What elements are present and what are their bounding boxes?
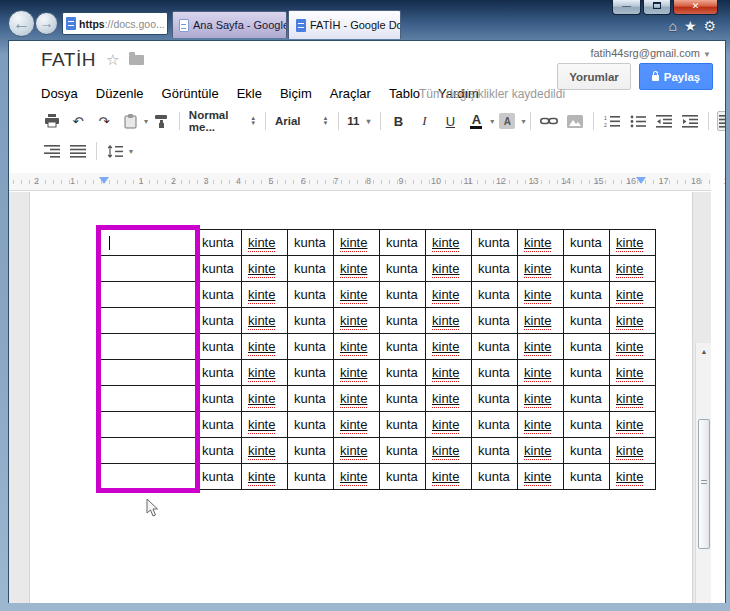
indent-icon[interactable]	[680, 111, 700, 131]
menu-dosya[interactable]: Dosya	[41, 86, 78, 101]
right-indent-marker[interactable]	[636, 177, 646, 184]
table-cell[interactable]: kunta	[288, 386, 334, 412]
justify-icon[interactable]	[68, 141, 88, 161]
scrollbar-thumb[interactable]	[698, 419, 710, 549]
table-cell[interactable]: kinte	[334, 282, 380, 308]
table-cell[interactable]: kinte	[242, 412, 288, 438]
table-cell[interactable]: kunta	[564, 230, 610, 256]
table-cell[interactable]: kunta	[380, 230, 426, 256]
highlight-dropdown-icon[interactable]: ▾	[521, 117, 525, 126]
table-cell[interactable]: kinte	[242, 386, 288, 412]
table-cell[interactable]: kinte	[334, 412, 380, 438]
account-email[interactable]: fatih44srg@gmail.com ▼	[590, 47, 711, 59]
table-cell[interactable]: kunta	[380, 334, 426, 360]
table-cell[interactable]: kunta	[380, 360, 426, 386]
italic-button[interactable]: I	[414, 111, 434, 131]
table-cell[interactable]: kinte	[518, 360, 564, 386]
table-cell[interactable]: kinte	[610, 438, 656, 464]
table-cell[interactable]: kinte	[426, 334, 472, 360]
table-cell[interactable]: kunta	[380, 282, 426, 308]
table-cell[interactable]: kinte	[518, 438, 564, 464]
menu-ekle[interactable]: Ekle	[237, 86, 262, 101]
table-cell[interactable]	[101, 334, 196, 360]
table-cell[interactable]: kinte	[518, 386, 564, 412]
table-cell[interactable]: kunta	[196, 438, 242, 464]
back-button[interactable]: ←	[8, 10, 35, 37]
menu-araçlar[interactable]: Araçlar	[330, 86, 371, 101]
insert-link-icon[interactable]	[539, 111, 559, 131]
print-icon[interactable]	[42, 111, 62, 131]
bulleted-list-icon[interactable]	[628, 111, 648, 131]
table-cell[interactable]: kinte	[334, 438, 380, 464]
table-cell[interactable]	[101, 360, 196, 386]
highlight-color-button[interactable]: A	[497, 111, 517, 131]
menu-görüntüle[interactable]: Görüntüle	[162, 86, 219, 101]
bold-button[interactable]: B	[388, 111, 408, 131]
insert-image-icon[interactable]	[565, 111, 585, 131]
menu-tablo[interactable]: Tablo	[389, 86, 420, 101]
table-cell[interactable]: kunta	[472, 282, 518, 308]
home-icon[interactable]: ⌂	[668, 18, 676, 34]
table-cell[interactable]: kinte	[334, 334, 380, 360]
table-cell[interactable]: kunta	[380, 386, 426, 412]
table-cell[interactable]: kinte	[610, 256, 656, 282]
table-cell[interactable]: kinte	[610, 282, 656, 308]
font-size-select[interactable]: 11▾	[343, 115, 374, 127]
tab-ana-sayfa[interactable]: Ana Sayfa - Google Dokümanlar	[172, 11, 287, 38]
line-spacing-dropdown-icon[interactable]: ▾	[129, 147, 133, 156]
table-cell[interactable]: kunta	[380, 256, 426, 282]
style-select[interactable]: Normal me...▲▼	[185, 109, 260, 133]
favorites-star-icon[interactable]: ★	[684, 18, 697, 34]
close-button[interactable]: ✕	[673, 0, 718, 15]
table-cell[interactable]: kunta	[472, 438, 518, 464]
line-spacing-icon[interactable]	[105, 141, 125, 161]
table-cell[interactable]: kunta	[288, 464, 334, 490]
table-cell[interactable]: kunta	[472, 386, 518, 412]
forward-button[interactable]: →	[35, 12, 58, 35]
table-cell[interactable]: kinte	[518, 464, 564, 490]
table-cell[interactable]	[101, 308, 196, 334]
paint-format-icon[interactable]	[151, 111, 171, 131]
table-cell[interactable]: kinte	[334, 360, 380, 386]
table-cell[interactable]: kinte	[426, 282, 472, 308]
redo-icon[interactable]: ↷	[94, 111, 114, 131]
table-cell[interactable]: kinte	[334, 386, 380, 412]
table-cell[interactable]	[101, 282, 196, 308]
table-cell[interactable]: kinte	[426, 464, 472, 490]
table-cell[interactable]: kunta	[564, 256, 610, 282]
table-cell[interactable]: kinte	[610, 464, 656, 490]
table-cell[interactable]	[101, 438, 196, 464]
table-cell[interactable]: kinte	[610, 334, 656, 360]
table-cell[interactable]	[101, 386, 196, 412]
table-cell[interactable]: kinte	[426, 360, 472, 386]
table-cell[interactable]: kunta	[288, 256, 334, 282]
table-cell[interactable]: kunta	[196, 386, 242, 412]
text-color-dropdown-icon[interactable]: ▾	[490, 117, 494, 126]
table-cell[interactable]: kunta	[380, 308, 426, 334]
table-cell[interactable]: kinte	[518, 412, 564, 438]
vertical-scrollbar[interactable]: ▲ ▼	[695, 343, 711, 603]
table-cell[interactable]: kinte	[518, 334, 564, 360]
table-cell[interactable]: kunta	[564, 438, 610, 464]
table-cell[interactable]: kinte	[518, 282, 564, 308]
table-cell[interactable]: kunta	[380, 438, 426, 464]
doc-title[interactable]: FATİH	[41, 49, 96, 71]
table-cell[interactable]: kunta	[288, 412, 334, 438]
table-cell[interactable]: kinte	[610, 386, 656, 412]
table-cell[interactable]: kunta	[288, 230, 334, 256]
table-cell[interactable]: kinte	[426, 230, 472, 256]
align-left-icon[interactable]	[717, 111, 726, 131]
table-cell[interactable]: kunta	[472, 334, 518, 360]
minimize-button[interactable]: —	[612, 0, 641, 15]
table-cell[interactable]: kunta	[196, 230, 242, 256]
table-cell[interactable]: kunta	[380, 412, 426, 438]
left-indent-marker[interactable]	[99, 177, 109, 184]
menu-biçim[interactable]: Biçim	[280, 86, 312, 101]
text-color-button[interactable]: A	[466, 111, 486, 131]
table-cell[interactable]: kinte	[242, 308, 288, 334]
table-cell[interactable]: kinte	[426, 308, 472, 334]
table-cell[interactable]: kunta	[472, 230, 518, 256]
table-cell[interactable]: kinte	[610, 412, 656, 438]
table-cell[interactable]: kunta	[196, 308, 242, 334]
folder-icon[interactable]	[129, 55, 144, 65]
